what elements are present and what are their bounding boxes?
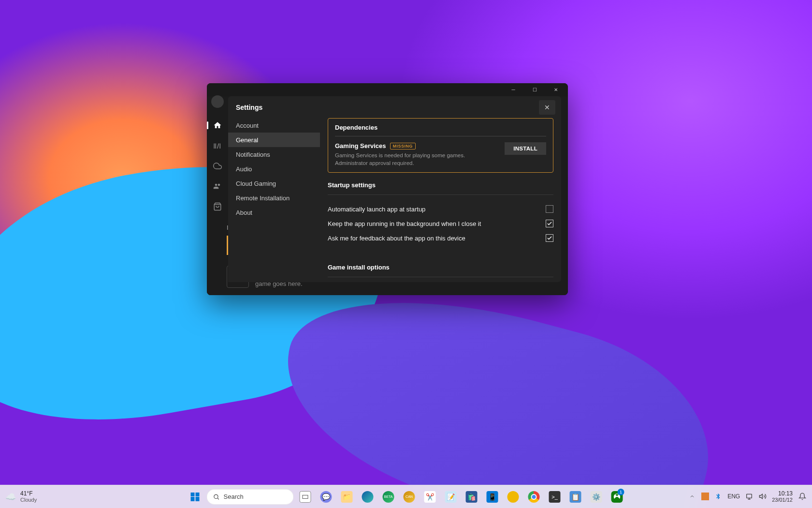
sidebar-item-remote-installation[interactable]: Remote Installation bbox=[228, 191, 320, 205]
missing-badge: MISSING bbox=[390, 143, 416, 149]
desktop-wallpaper: ─ ☐ ✕ bbox=[0, 0, 812, 508]
search-box[interactable]: Search bbox=[207, 489, 294, 505]
taskbar-app-generic[interactable]: 📋 bbox=[566, 488, 585, 506]
settings-title: Settings bbox=[236, 104, 262, 111]
taskbar-weather[interactable]: ☁️ 41°F Cloudy bbox=[5, 491, 37, 503]
tray-clock[interactable]: 10:13 23/01/12 bbox=[772, 490, 793, 504]
startup-row-keep-running: Keep the app running in the background w… bbox=[328, 216, 553, 231]
sidebar-item-audio[interactable]: Audio bbox=[228, 162, 320, 176]
social-icon[interactable] bbox=[213, 181, 222, 191]
tray-network-icon[interactable] bbox=[745, 492, 754, 501]
profile-avatar[interactable] bbox=[211, 95, 224, 108]
taskbar: ☁️ 41°F Cloudy Search 💬 📁 BETA CAN ✂️ 📝 … bbox=[0, 485, 812, 508]
tray-security-icon[interactable] bbox=[701, 493, 709, 500]
dependencies-heading: Dependencies bbox=[335, 124, 546, 131]
cloud-icon[interactable] bbox=[213, 161, 222, 171]
taskbar-terminal[interactable]: >_ bbox=[546, 488, 564, 506]
weather-temp: 41°F bbox=[20, 491, 37, 497]
taskbar-snip[interactable]: ✂️ bbox=[421, 488, 439, 506]
taskbar-chrome[interactable] bbox=[525, 488, 543, 506]
taskbar-ms-store[interactable]: 🛍️ bbox=[463, 488, 481, 506]
tray-bluetooth-icon[interactable] bbox=[714, 492, 723, 501]
svg-point-0 bbox=[214, 494, 218, 498]
settings-header: Settings ✕ bbox=[228, 96, 561, 118]
search-icon bbox=[213, 493, 220, 500]
game-install-heading: Game install options bbox=[328, 264, 553, 271]
taskbar-notepad[interactable]: 📝 bbox=[442, 488, 460, 506]
sidebar-item-notifications[interactable]: Notifications bbox=[228, 147, 320, 162]
home-icon[interactable] bbox=[213, 120, 222, 130]
taskbar-xbox[interactable]: 1 bbox=[608, 488, 626, 506]
startup-heading: Startup settings bbox=[328, 181, 553, 189]
weather-icon: ☁️ bbox=[5, 491, 16, 503]
start-button[interactable] bbox=[186, 488, 204, 506]
library-icon[interactable] bbox=[213, 141, 222, 150]
settings-panel: Settings ✕ Account General Notifications… bbox=[228, 96, 561, 282]
tray-notifications-icon[interactable] bbox=[798, 492, 807, 501]
tray-date: 23/01/12 bbox=[772, 497, 793, 503]
taskbar-settings[interactable]: ⚙️ bbox=[587, 488, 606, 506]
setting-label: Keep the app running in the background w… bbox=[328, 220, 481, 227]
checkbox-keep-running[interactable] bbox=[546, 220, 553, 227]
close-button[interactable]: ✕ bbox=[546, 84, 566, 96]
setting-label: Automatically launch app at startup bbox=[328, 206, 425, 213]
weather-condition: Cloudy bbox=[20, 497, 37, 503]
task-view-button[interactable] bbox=[296, 488, 315, 506]
divider bbox=[335, 136, 546, 136]
checkbox-feedback[interactable] bbox=[546, 234, 553, 242]
tray-time: 10:13 bbox=[772, 490, 793, 497]
tray-volume-icon[interactable] bbox=[758, 492, 767, 501]
svg-rect-2 bbox=[747, 494, 752, 498]
setting-label: Ask me for feedback about the app on thi… bbox=[328, 235, 465, 242]
minimize-button[interactable]: ─ bbox=[503, 84, 523, 96]
system-tray: ENG 10:13 23/01/12 bbox=[688, 490, 807, 504]
sidebar-item-about[interactable]: About bbox=[228, 205, 320, 220]
startup-row-auto-launch: Automatically launch app at startup bbox=[328, 202, 553, 216]
divider bbox=[328, 194, 553, 195]
sidebar-item-cloud-gaming[interactable]: Cloud Gaming bbox=[228, 176, 320, 191]
dependency-row: Gaming Services MISSING Gaming Services … bbox=[335, 142, 546, 167]
svg-line-1 bbox=[218, 498, 219, 499]
settings-content: Dependencies Gaming Services MISSING Gam… bbox=[320, 118, 561, 282]
install-button[interactable]: INSTALL bbox=[505, 142, 546, 155]
taskbar-file-explorer[interactable]: 📁 bbox=[338, 488, 356, 506]
dependency-name: Gaming Services bbox=[335, 142, 386, 149]
taskbar-chrome-canary[interactable] bbox=[504, 488, 522, 506]
dependencies-card: Dependencies Gaming Services MISSING Gam… bbox=[328, 118, 553, 173]
windows-logo-icon bbox=[191, 493, 200, 501]
startup-row-feedback: Ask me for feedback about the app on thi… bbox=[328, 231, 553, 245]
taskbar-center: Search 💬 📁 BETA CAN ✂️ 📝 🛍️ 📱 >_ 📋 ⚙️ 1 bbox=[186, 488, 626, 506]
maximize-button[interactable]: ☐ bbox=[524, 84, 545, 96]
dependency-description: Gaming Services is needed for playing so… bbox=[335, 151, 499, 167]
left-nav-rail bbox=[207, 96, 228, 295]
svg-marker-5 bbox=[760, 494, 763, 499]
tray-chevron-up-icon[interactable] bbox=[688, 492, 696, 501]
tray-language[interactable]: ENG bbox=[727, 493, 740, 500]
taskbar-phone-link[interactable]: 📱 bbox=[483, 488, 502, 506]
xbox-app-window: ─ ☐ ✕ bbox=[207, 83, 568, 295]
xbox-badge: 1 bbox=[618, 489, 624, 495]
divider bbox=[328, 277, 553, 277]
settings-body: Account General Notifications Audio Clou… bbox=[228, 118, 561, 282]
taskbar-chat[interactable]: 💬 bbox=[317, 488, 335, 506]
sidebar-item-account[interactable]: Account bbox=[228, 118, 320, 133]
taskbar-edge[interactable] bbox=[359, 488, 377, 506]
taskbar-edge-beta[interactable]: BETA bbox=[379, 488, 398, 506]
settings-sidebar: Account General Notifications Audio Clou… bbox=[228, 118, 320, 282]
store-icon[interactable] bbox=[213, 202, 222, 211]
taskbar-edge-canary[interactable]: CAN bbox=[400, 488, 419, 506]
checkbox-auto-launch[interactable] bbox=[546, 205, 553, 213]
search-placeholder: Search bbox=[224, 493, 244, 500]
settings-close-button[interactable]: ✕ bbox=[539, 100, 555, 115]
window-titlebar: ─ ☐ ✕ bbox=[207, 83, 568, 96]
sidebar-item-general[interactable]: General bbox=[228, 133, 320, 147]
